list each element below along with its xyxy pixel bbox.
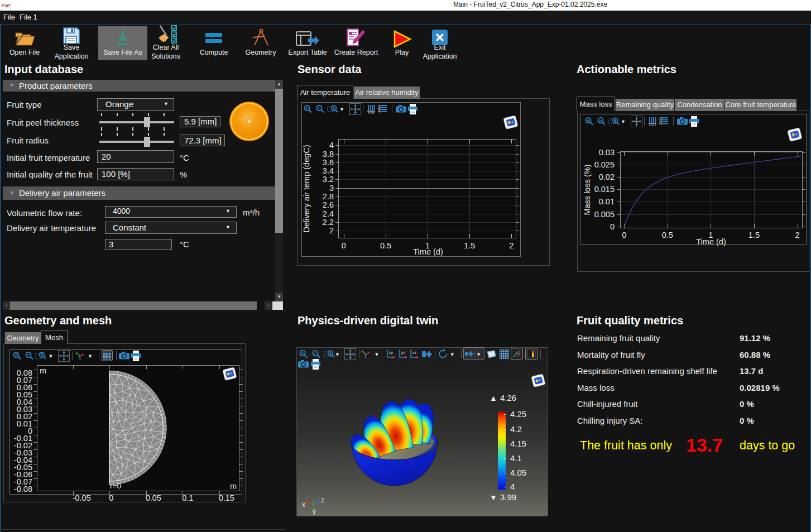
svg-text:y: y: [313, 507, 316, 515]
svg-text:z: z: [321, 496, 324, 504]
svg-text:x: x: [302, 501, 305, 509]
